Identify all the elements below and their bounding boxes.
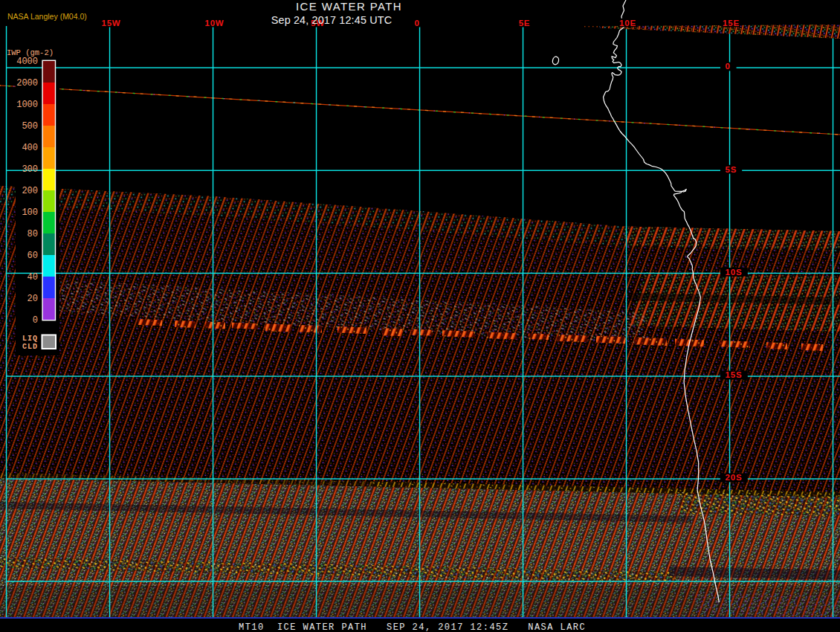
svg-text:400: 400	[22, 143, 38, 153]
svg-text:CLD: CLD	[22, 343, 38, 351]
svg-text:100: 100	[22, 207, 38, 218]
svg-text:40: 40	[28, 272, 38, 283]
svg-text:60: 60	[28, 251, 38, 261]
svg-text:15S: 15S	[726, 370, 743, 379]
svg-text:5S: 5S	[726, 165, 737, 174]
svg-text:IWP (gm-2): IWP (gm-2)	[7, 48, 54, 57]
svg-text:200: 200	[22, 186, 38, 196]
svg-text:4000: 4000	[16, 57, 38, 67]
svg-text:80: 80	[28, 229, 38, 239]
svg-text:0: 0	[33, 315, 38, 326]
svg-text:20: 20	[28, 294, 38, 304]
svg-text:2000: 2000	[16, 78, 38, 88]
svg-text:0: 0	[726, 62, 731, 71]
svg-text:1000: 1000	[16, 100, 38, 110]
svg-text:LIQ: LIQ	[22, 335, 38, 343]
svg-text:20S: 20S	[726, 473, 743, 482]
svg-text:300: 300	[22, 164, 38, 175]
svg-text:15E: 15E	[723, 19, 740, 28]
svg-text:500: 500	[22, 121, 38, 132]
svg-text:10S: 10S	[726, 268, 743, 277]
